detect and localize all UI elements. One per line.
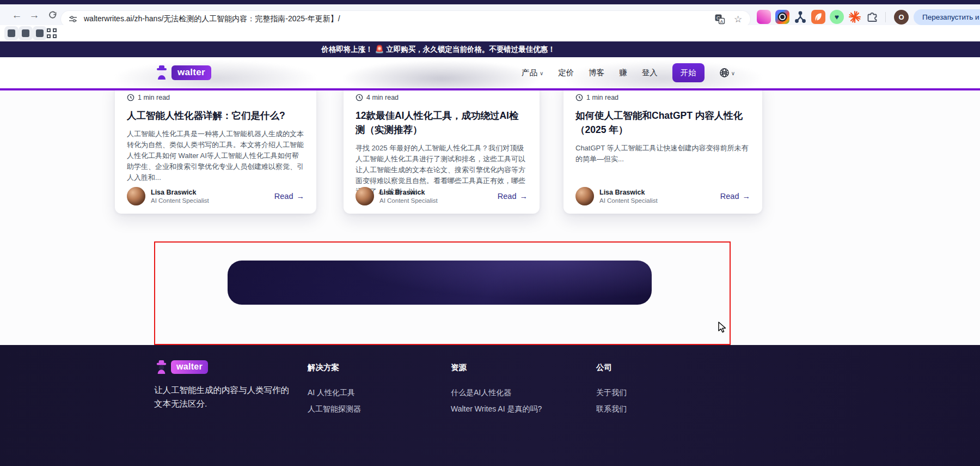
clock-icon — [127, 94, 134, 101]
card-title[interactable]: 人工智能人性化器详解：它们是什么? — [127, 108, 304, 123]
footer-logo[interactable]: walter — [154, 360, 208, 374]
card-title[interactable]: 12款最佳AI人性化工具，成功绕过AI检测（实测推荐） — [356, 108, 528, 137]
author-avatar — [575, 187, 594, 205]
read-time-row: 1 min read — [127, 94, 304, 101]
read-time-row: 4 min read — [356, 94, 528, 101]
browser-toolbar: ← → walterwrites.ai/zh-hans/无法检测的人工智能内容：… — [0, 4, 980, 25]
extension-starburst-icon[interactable] — [848, 10, 862, 24]
card-excerpt: 人工智能人性化工具是一种将人工智能机器人生成的文本转化为自然、类似人类书写的工具… — [127, 129, 304, 183]
read-time-row: 1 min read — [575, 94, 750, 101]
translucent-card-shadow — [115, 60, 316, 88]
browser-window: ← → walterwrites.ai/zh-hans/无法检测的人工智能内容：… — [0, 0, 980, 466]
window-top-strip — [0, 0, 980, 4]
extension-path-icon[interactable] — [793, 10, 807, 24]
site-settings-icon[interactable] — [69, 15, 77, 26]
restart-to-update-button[interactable]: Перезапустить и — [914, 9, 980, 25]
footer-column-title: 公司 — [596, 362, 627, 373]
apps-grid-icon[interactable] — [47, 28, 57, 38]
footer-column-company: 公司 关于我们 联系我们 — [596, 362, 627, 421]
author-role: AI Content Specialist — [379, 197, 438, 204]
promo-banner: 价格即将上涨！ 🚨 立即购买，永久锁定当前价格。不要错过最佳优惠！ — [0, 41, 980, 57]
site-logo[interactable]: walter — [154, 65, 211, 80]
read-link[interactable]: Read→ — [274, 192, 304, 201]
nav-earn[interactable]: 赚 — [619, 68, 627, 78]
globe-icon — [719, 68, 730, 78]
footer-column-resources: 资源 什么是AI人性化器 Walter Writes AI 是真的吗? — [451, 362, 542, 421]
bookmarks-bar — [0, 25, 980, 41]
walter-hat-icon — [154, 360, 169, 374]
footer: walter 让人工智能生成的内容与人类写作的文本无法区分. 解决方案 AI 人… — [0, 345, 980, 466]
footer-link[interactable]: 联系我们 — [596, 404, 627, 414]
extension-heart-icon[interactable]: ♥ — [830, 10, 844, 24]
extension-leaf-icon[interactable] — [811, 10, 825, 24]
read-time: 4 min read — [366, 94, 399, 101]
site-header: walter 产品∨ 定价 博客 赚 登入 开始 ∨ — [0, 57, 980, 90]
back-icon[interactable]: ← — [11, 9, 23, 21]
get-started-button[interactable]: 开始 — [672, 63, 705, 82]
bookmark-item[interactable] — [4, 26, 19, 40]
footer-column-title: 解决方案 — [308, 362, 361, 373]
mouse-cursor — [718, 322, 728, 336]
read-link[interactable]: Read→ — [720, 192, 750, 201]
nav-login[interactable]: 登入 — [642, 68, 658, 78]
footer-link[interactable]: 人工智能探测器 — [308, 404, 361, 414]
blog-card[interactable]: 4 min read 12款最佳AI人性化工具，成功绕过AI检测（实测推荐） 寻… — [344, 82, 540, 214]
toolbar-divider — [885, 12, 886, 22]
translucent-card-shadow — [344, 60, 540, 88]
author-row: Lisa Braswick AI Content Specialist Read… — [127, 187, 304, 205]
card-title[interactable]: 如何使人工智能和ChatGPT 内容人性化（2025 年） — [575, 108, 750, 137]
arrow-right-icon: → — [743, 192, 751, 201]
author-row: Lisa Braswick AI Content Specialist Read… — [575, 187, 750, 205]
blog-card[interactable]: 1 min read 如何使人工智能和ChatGPT 内容人性化（2025 年）… — [564, 82, 762, 214]
footer-link[interactable]: Walter Writes AI 是真的吗? — [451, 404, 542, 414]
logo-wordmark: walter — [171, 65, 211, 80]
author-avatar — [127, 187, 145, 205]
author-row: Lisa Braswick AI Content Specialist Read… — [356, 187, 528, 205]
footer-tagline: 让人工智能生成的内容与人类写作的文本无法区分. — [154, 383, 295, 410]
extension-pink-icon[interactable] — [757, 10, 771, 24]
clock-icon — [575, 94, 583, 101]
arrow-right-icon: → — [297, 192, 305, 201]
nav-pricing[interactable]: 定价 — [558, 68, 574, 78]
footer-link[interactable]: 什么是AI人性化器 — [451, 388, 542, 398]
arrow-right-icon: → — [520, 192, 528, 201]
read-time: 1 min read — [586, 94, 618, 101]
language-switcher[interactable]: ∨ — [719, 68, 735, 78]
logo-wordmark: walter — [171, 360, 208, 374]
author-name: Lisa Braswick — [151, 189, 209, 196]
blog-card[interactable]: 1 min read 人工智能人性化器详解：它们是什么? 人工智能人性化工具是一… — [115, 82, 316, 214]
chevron-down-icon: ∨ — [540, 70, 543, 76]
author-name: Lisa Braswick — [599, 189, 658, 196]
footer-link[interactable]: AI 人性化工具 — [308, 388, 361, 398]
author-role: AI Content Specialist — [599, 197, 658, 204]
author-role: AI Content Specialist — [151, 197, 209, 204]
extensions-puzzle-icon[interactable] — [867, 11, 881, 25]
profile-avatar[interactable]: O — [894, 10, 909, 25]
reload-icon[interactable] — [47, 9, 59, 21]
main-nav: 产品∨ 定价 博客 赚 登入 开始 ∨ — [522, 57, 735, 88]
bookmark-star-icon[interactable]: ☆ — [734, 14, 742, 25]
nav-products[interactable]: 产品∨ — [522, 68, 543, 78]
author-avatar — [356, 187, 374, 205]
read-time: 1 min read — [138, 94, 170, 101]
svg-text:A: A — [720, 19, 724, 24]
footer-column-solutions: 解决方案 AI 人性化工具 人工智能探测器 — [308, 362, 361, 421]
author-name: Lisa Braswick — [379, 189, 438, 196]
extension-camera-icon[interactable] — [775, 10, 789, 24]
bookmark-item[interactable] — [33, 26, 47, 40]
nav-blog[interactable]: 博客 — [589, 68, 604, 78]
forward-icon[interactable]: → — [28, 9, 40, 21]
card-excerpt: ChatGPT 等人工智能工具让快速创建内容变得前所未有的简单—但实... — [575, 143, 750, 165]
walter-hat-icon — [154, 65, 169, 80]
bookmark-item[interactable] — [19, 26, 33, 40]
promo-banner-text: 价格即将上涨！ 🚨 立即购买，永久锁定当前价格。不要错过最佳优惠！ — [229, 41, 648, 57]
footer-column-title: 资源 — [451, 362, 542, 373]
read-link[interactable]: Read→ — [498, 192, 528, 201]
footer-link[interactable]: 关于我们 — [596, 388, 627, 398]
chevron-down-icon: ∨ — [731, 70, 735, 76]
url-text[interactable]: walterwrites.ai/zh-hans/无法检测的人工智能内容：完整指南… — [84, 14, 340, 24]
clock-icon — [356, 94, 363, 101]
cta-banner-placeholder[interactable] — [228, 261, 652, 305]
